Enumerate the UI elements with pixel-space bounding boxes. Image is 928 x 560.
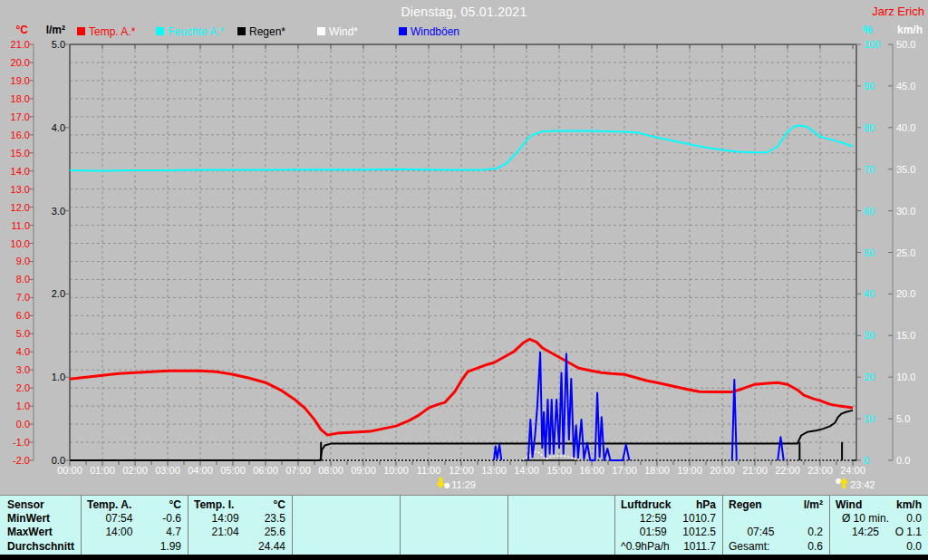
x-axis-time-label: 02:00 [122, 465, 148, 476]
axis-tick-label: 18.0 [11, 93, 30, 104]
table-cell: -0.6 [81, 512, 181, 526]
axis-tick-label: 5.0 [52, 39, 65, 50]
x-axis-time-label: 14:00 [514, 465, 539, 476]
table-cell: 0.6 [722, 540, 823, 554]
axis-unit-wind: km/h [892, 24, 923, 36]
table-cell: 4.7 [81, 526, 181, 539]
axis-tick-label: 25.0 [896, 247, 915, 258]
astro-marker: 11:29 [436, 478, 476, 490]
axis-tick-label: 0.0 [896, 455, 910, 466]
table-separator [508, 496, 508, 555]
axis-tick-label: 5.0 [896, 413, 910, 424]
axis-tick-label: 4.0 [16, 346, 30, 357]
humidity-swatch-icon [156, 27, 164, 35]
axis-tick-label: 1.0 [52, 372, 65, 382]
axis-tick-label: 50 [864, 247, 875, 258]
x-axis-time-label: 07:00 [285, 465, 311, 476]
legend-label: Wind* [329, 26, 358, 38]
moon-icon [836, 478, 841, 484]
temp-swatch-icon [77, 27, 85, 35]
axis-tick-label: 20.0 [896, 288, 915, 299]
axis-tick-label: 60 [864, 206, 875, 217]
axis-unit-temp: °C [0, 24, 28, 36]
axis-tick-label: 35.0 [896, 164, 915, 175]
moon-icon [444, 483, 450, 488]
x-axis-time-label: 10:00 [383, 465, 409, 476]
table-row-label: Durchschnitt [7, 540, 74, 554]
axes: -2.0-1.00.01.02.03.04.05.06.07.08.09.010… [11, 39, 916, 476]
table-row-label: Sensor [7, 498, 44, 512]
x-axis-time-label: 12:00 [449, 465, 474, 476]
x-axis-time-label: 17:00 [612, 465, 637, 476]
axis-tick-label: -2.0 [13, 455, 30, 466]
x-axis-time-label: 23:00 [807, 465, 833, 476]
table-cell: °C [81, 498, 181, 512]
table-separator [400, 496, 401, 555]
x-axis-time-label: 11:00 [417, 465, 441, 476]
table-row-label: MinWert [7, 512, 50, 526]
arrow-up-icon [839, 478, 848, 488]
axis-tick-label: 3.0 [52, 206, 65, 217]
x-axis-time-label: 09:00 [351, 465, 376, 476]
axis-tick-label: 16.0 [11, 130, 30, 140]
table-cell: 0.0 [829, 512, 922, 526]
axis-tick-label: 40 [864, 288, 875, 299]
axis-unit-rain: l/m² [34, 24, 65, 36]
x-axis-time-label: 13:00 [481, 465, 507, 476]
axis-tick-label: 21.0 [11, 39, 30, 50]
legend-label: Feuchte A.* [168, 26, 224, 38]
x-axis-time-label: 03:00 [155, 465, 180, 476]
axis-tick-label: 15.0 [896, 330, 915, 341]
gusts-swatch-icon [399, 27, 407, 35]
axis-tick-label: 7.0 [16, 292, 30, 303]
axis-tick-label: 45.0 [896, 81, 915, 92]
astro-marker-time: 11:29 [451, 479, 476, 490]
table-cell: 0.0 [829, 540, 922, 554]
grid [70, 44, 856, 460]
legend-label: Temp. A.* [89, 26, 135, 38]
axis-tick-label: 30 [864, 330, 875, 341]
plot-border [70, 44, 856, 460]
axis-tick-label: 14.0 [11, 166, 30, 177]
x-axis-time-label: 15:00 [546, 465, 572, 476]
x-axis-time-label: 20:00 [710, 465, 735, 476]
legend-label: Windböen [411, 26, 459, 38]
axis-tick-label: 10.0 [896, 372, 915, 382]
axis-tick-label: 5.0 [16, 328, 30, 339]
axis-tick-label: 2.0 [52, 288, 65, 299]
x-axis-time-label: 06:00 [253, 465, 278, 476]
axis-tick-label: 2.0 [16, 382, 30, 393]
wind-swatch-icon [317, 27, 325, 35]
axis-unit-humidity: % [863, 24, 873, 36]
axis-tick-label: 12.0 [11, 202, 30, 213]
axis-tick-label: -1.0 [13, 437, 30, 448]
axis-tick-label: 20 [864, 372, 875, 382]
x-axis-time-label: 00:00 [57, 465, 82, 476]
axis-tick-label: 90 [864, 81, 875, 92]
table-cell: km/h [829, 498, 922, 512]
axis-tick-label: 15.0 [11, 148, 30, 159]
station-name: Jarz Erich [872, 5, 924, 18]
table-cell: 1012.5 [614, 526, 716, 539]
summary-table: SensorMinWertMaxWertDurchschnittTemp. A.… [0, 495, 928, 555]
table-cell: 1010.7 [614, 512, 716, 526]
axis-tick-label: 4.0 [52, 122, 65, 133]
table-cell: 1.99 [81, 540, 181, 554]
bottom-strip [0, 555, 928, 560]
weather-chart: -2.0-1.00.01.02.03.04.05.06.07.08.09.010… [0, 0, 928, 495]
legend-label: Regen* [249, 26, 285, 38]
weather-app-window: -2.0-1.00.01.02.03.04.05.06.07.08.09.010… [0, 0, 928, 560]
axis-tick-label: 50.0 [896, 39, 915, 50]
axis-tick-label: 6.0 [16, 310, 30, 321]
axis-tick-label: 10 [864, 413, 875, 424]
table-cell: 0.2 [722, 526, 823, 539]
table-cell: °C [188, 498, 285, 512]
axis-tick-label: 11.0 [11, 220, 30, 231]
x-axis-time-label: 22:00 [775, 465, 800, 476]
x-axis-time-label: 24:00 [840, 465, 865, 476]
table-row-label: MaxWert [7, 526, 53, 539]
axis-tick-label: 19.0 [11, 75, 30, 86]
table-separator [292, 496, 293, 555]
axis-tick-label: 40.0 [896, 122, 915, 133]
axis-tick-label: 100 [864, 39, 880, 50]
